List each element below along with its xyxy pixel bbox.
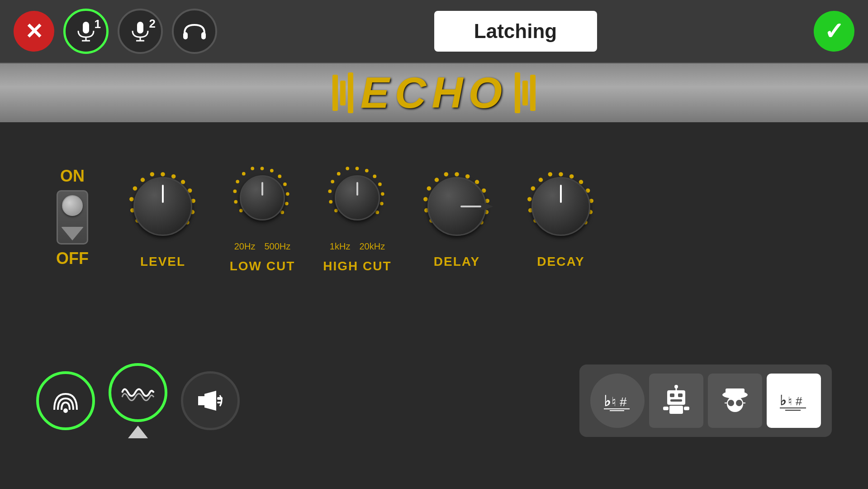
announce-button[interactable]	[181, 371, 240, 430]
level-knob[interactable]	[133, 177, 192, 236]
spy-button[interactable]	[708, 374, 762, 428]
svg-point-43	[331, 180, 334, 183]
svg-point-36	[373, 175, 376, 178]
robot-icon	[660, 385, 692, 417]
svg-point-33	[239, 209, 243, 212]
svg-point-69	[531, 186, 535, 190]
headphone-icon	[182, 21, 207, 41]
low-cut-knob-wrapper[interactable]	[226, 162, 299, 234]
svg-point-96	[735, 399, 743, 407]
close-button[interactable]: ✕	[14, 11, 54, 52]
headphone-button[interactable]	[172, 9, 217, 54]
svg-point-15	[150, 172, 154, 176]
svg-point-56	[427, 186, 431, 190]
svg-point-70	[527, 197, 531, 201]
svg-point-22	[270, 169, 274, 173]
svg-point-67	[548, 172, 552, 176]
spy-icon	[719, 385, 751, 417]
svg-rect-7	[201, 32, 206, 39]
pitch-square-button[interactable]: ♭ ♮ #	[767, 374, 821, 428]
svg-rect-84	[670, 393, 674, 397]
svg-point-46	[334, 209, 338, 212]
high-cut-knob-wrapper[interactable]	[321, 162, 394, 234]
svg-text:♮: ♮	[788, 394, 792, 408]
delay-knob-wrapper[interactable]	[416, 166, 498, 247]
svg-rect-0	[83, 22, 89, 34]
svg-text:♭: ♭	[780, 393, 786, 408]
svg-point-38	[381, 192, 384, 196]
svg-rect-6	[183, 32, 188, 39]
level-label: LEVEL	[140, 254, 185, 269]
high-cut-max: 20kHz	[359, 241, 385, 252]
mic1-button[interactable]: 1	[63, 9, 109, 54]
svg-text:♭: ♭	[604, 393, 611, 409]
echo-title: ECHO	[360, 68, 508, 118]
svg-point-23	[278, 175, 281, 178]
high-cut-label: HIGH CUT	[323, 259, 391, 273]
high-cut-knob[interactable]	[335, 175, 380, 221]
latching-label: Latching	[474, 20, 557, 42]
svg-point-54	[444, 172, 448, 176]
mic2-button[interactable]: 2	[118, 9, 163, 54]
announce-icon	[194, 387, 226, 414]
high-cut-control: 1kHz 20kHz HIGH CUT	[321, 162, 394, 273]
robot-button[interactable]	[649, 374, 703, 428]
svg-marker-75	[204, 391, 216, 411]
svg-text:#: #	[620, 395, 627, 409]
echo-btn-container	[109, 363, 167, 438]
svg-point-39	[380, 202, 384, 206]
level-knob-wrapper[interactable]	[122, 166, 204, 247]
svg-point-21	[261, 167, 264, 170]
mic2-number: 2	[149, 17, 156, 31]
pitch-circle-button[interactable]: ♭ ♮ #	[590, 374, 645, 428]
pitch-icon: ♭ ♮ #	[602, 387, 633, 414]
svg-point-28	[251, 167, 254, 170]
bottom-bar: ♭ ♮ #	[0, 312, 868, 489]
low-cut-knob[interactable]	[240, 175, 285, 221]
svg-point-30	[236, 180, 239, 183]
low-cut-max: 500Hz	[264, 241, 290, 252]
echo-section: ECHO	[0, 63, 868, 122]
echo-coil-icon	[120, 381, 156, 404]
svg-rect-89	[669, 406, 683, 414]
svg-point-48	[465, 174, 470, 178]
pitch-square-icon: ♭ ♮ #	[778, 387, 810, 414]
svg-rect-91	[684, 407, 689, 410]
confirm-button[interactable]: ✓	[814, 11, 854, 52]
arrow-indicator	[128, 426, 148, 438]
svg-point-31	[233, 190, 237, 193]
mic2-icon	[129, 20, 152, 43]
svg-point-32	[234, 200, 237, 204]
svg-point-41	[346, 167, 349, 170]
svg-point-44	[328, 190, 332, 193]
delay-knob[interactable]	[427, 177, 486, 236]
decay-knob-wrapper[interactable]	[520, 166, 602, 247]
svg-point-73	[63, 408, 68, 413]
svg-point-68	[539, 178, 543, 182]
svg-point-60	[559, 172, 563, 176]
mic1-number: 1	[95, 17, 101, 31]
svg-point-16	[141, 178, 145, 182]
power-on-label: ON	[60, 167, 85, 186]
high-cut-min: 1kHz	[330, 241, 351, 252]
echo-button[interactable]	[109, 363, 167, 422]
svg-point-29	[242, 172, 246, 176]
svg-point-42	[337, 172, 341, 176]
decay-knob[interactable]	[531, 177, 590, 236]
wireless-icon	[50, 387, 81, 414]
latching-button[interactable]: Latching	[434, 11, 597, 52]
svg-rect-93	[726, 388, 745, 396]
wireless-button[interactable]	[36, 371, 95, 430]
switch-body[interactable]	[57, 190, 88, 244]
level-control: LEVEL	[122, 166, 204, 269]
low-cut-control: 20Hz 500Hz LOW CUT	[226, 162, 299, 273]
svg-point-26	[285, 202, 289, 206]
svg-rect-83	[667, 390, 685, 405]
high-cut-sublabels: 1kHz 20kHz	[330, 241, 385, 252]
power-switch[interactable]: ON OFF	[45, 167, 100, 268]
svg-point-95	[727, 399, 735, 407]
svg-point-27	[280, 211, 284, 214]
svg-point-24	[283, 182, 287, 186]
svg-point-88	[674, 385, 678, 388]
svg-point-18	[129, 197, 133, 201]
